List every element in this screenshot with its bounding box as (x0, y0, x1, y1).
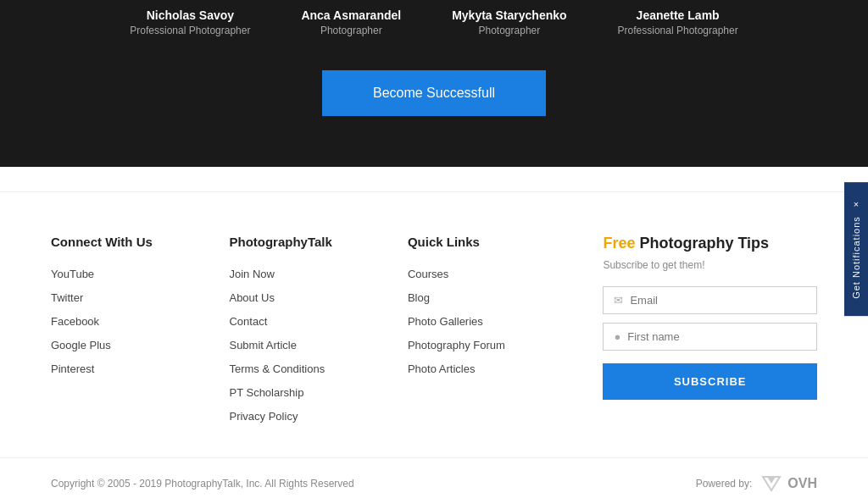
email-icon: ✉ (614, 294, 623, 307)
photography-talk-list: Join Now About Us Contact Submit Article… (229, 266, 407, 423)
photography-talk-title: PhotographyTalk (229, 235, 407, 249)
privacy-link[interactable]: Privacy Policy (229, 410, 298, 423)
list-item: Blog (408, 290, 586, 305)
bottom-bar: Copyright © 2005 - 2019 PhotographyTalk,… (0, 457, 868, 498)
ovh-icon (759, 475, 784, 492)
ovh-text: OVH (787, 476, 817, 491)
photographer-name-4: Jeanette Lamb (618, 8, 738, 22)
quick-links-list: Courses Blog Photo Galleries Photography… (408, 266, 586, 376)
close-icon[interactable]: × (854, 199, 859, 209)
copyright-text: Copyright © 2005 - 2019 PhotographyTalk,… (51, 478, 354, 490)
photographer-name-1: Nicholas Savoy (130, 8, 250, 22)
firstname-field[interactable] (627, 330, 806, 343)
list-item: Terms & Conditions (229, 361, 407, 376)
list-item: Photography Forum (408, 337, 586, 352)
list-item: Facebook (51, 313, 229, 329)
footer: Connect With Us YouTube Twitter Facebook… (0, 192, 868, 457)
list-item: Privacy Policy (229, 408, 407, 423)
courses-link[interactable]: Courses (408, 268, 448, 280)
svg-marker-1 (767, 477, 776, 484)
facebook-link[interactable]: Facebook (51, 315, 99, 328)
list-item: YouTube (51, 266, 229, 281)
connect-title: Connect With Us (51, 235, 229, 249)
list-item: Pinterest (51, 361, 229, 376)
photographer-name-3: Mykyta Starychenko (452, 8, 566, 22)
divider (0, 167, 868, 192)
firstname-input-wrapper: ● (603, 323, 817, 351)
newsletter-title: Free Photography Tips (603, 235, 817, 252)
twitter-link[interactable]: Twitter (51, 291, 83, 304)
connect-col: Connect With Us YouTube Twitter Facebook… (51, 235, 229, 432)
subscribe-button[interactable]: SUBSCRIBE (603, 363, 817, 400)
photographers-row: Nicholas Savoy Professional Photographer… (34, 0, 834, 62)
photographer-role-1: Professional Photographer (130, 25, 250, 36)
email-input-wrapper: ✉ (603, 286, 817, 314)
list-item: Join Now (229, 266, 407, 281)
photographer-3: Mykyta Starychenko Photographer (452, 8, 566, 36)
photo-articles-link[interactable]: Photo Articles (408, 362, 476, 375)
photo-galleries-link[interactable]: Photo Galleries (408, 315, 483, 328)
submit-article-link[interactable]: Submit Article (229, 339, 296, 351)
photographer-role-2: Photographer (301, 25, 401, 36)
list-item: Photo Articles (408, 361, 586, 376)
photographer-1: Nicholas Savoy Professional Photographer (130, 8, 250, 36)
terms-link[interactable]: Terms & Conditions (229, 362, 325, 375)
newsletter-subtitle: Subscribe to get them! (603, 259, 817, 271)
become-successful-button[interactable]: Become Successfull (322, 70, 546, 116)
list-item: Google Plus (51, 337, 229, 352)
powered-by: Powered by: OVH (696, 475, 817, 492)
quick-links-title: Quick Links (408, 235, 586, 249)
youtube-link[interactable]: YouTube (51, 268, 94, 280)
notifications-label: Get Notifications (851, 216, 861, 299)
list-item: PT Scholarship (229, 385, 407, 400)
newsletter-title-rest: Photography Tips (635, 235, 769, 252)
blog-link[interactable]: Blog (408, 291, 430, 304)
connect-list: YouTube Twitter Facebook Google Plus Pin… (51, 266, 229, 376)
list-item: About Us (229, 290, 407, 305)
contact-link[interactable]: Contact (229, 315, 267, 328)
list-item: Photo Galleries (408, 313, 586, 329)
free-label: Free (603, 235, 635, 252)
ovh-logo: OVH (759, 475, 817, 492)
join-now-link[interactable]: Join Now (229, 268, 274, 280)
photography-talk-col: PhotographyTalk Join Now About Us Contac… (229, 235, 407, 432)
photographer-role-4: Professional Photographer (618, 25, 738, 36)
scholarship-link[interactable]: PT Scholarship (229, 386, 303, 399)
list-item: Submit Article (229, 337, 407, 352)
person-icon: ● (614, 330, 620, 343)
list-item: Courses (408, 266, 586, 281)
photographer-name-2: Anca Asmarandel (301, 8, 401, 22)
photographer-role-3: Photographer (452, 25, 566, 36)
powered-by-label: Powered by: (696, 478, 753, 490)
googleplus-link[interactable]: Google Plus (51, 339, 111, 351)
photographer-4: Jeanette Lamb Professional Photographer (618, 8, 738, 36)
notifications-tab[interactable]: × Get Notifications (844, 182, 868, 316)
email-field[interactable] (630, 294, 806, 307)
top-section: Nicholas Savoy Professional Photographer… (0, 0, 868, 167)
about-us-link[interactable]: About Us (229, 291, 274, 304)
photographer-2: Anca Asmarandel Photographer (301, 8, 401, 36)
quick-links-col: Quick Links Courses Blog Photo Galleries… (408, 235, 586, 432)
list-item: Contact (229, 313, 407, 329)
list-item: Twitter (51, 290, 229, 305)
newsletter-col: Free Photography Tips Subscribe to get t… (586, 235, 817, 432)
photography-forum-link[interactable]: Photography Forum (408, 339, 505, 351)
pinterest-link[interactable]: Pinterest (51, 362, 94, 375)
